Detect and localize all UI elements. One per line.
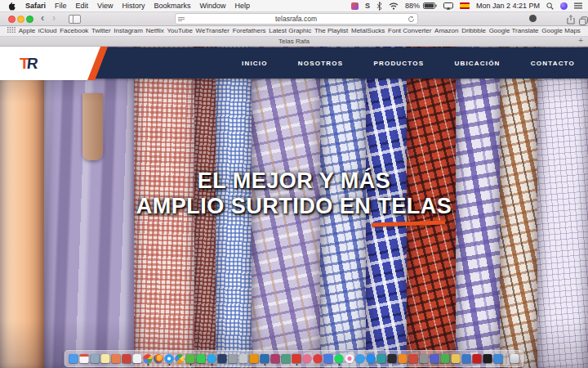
bookmark-netflix[interactable]: Netflix	[146, 27, 164, 34]
menu-item-file[interactable]: File	[55, 2, 67, 10]
dock-icon-word[interactable]	[133, 354, 142, 363]
reader-icon[interactable]	[178, 11, 185, 26]
menu-item-safari[interactable]: Safari	[25, 2, 46, 10]
dock-icon-bluepurple-app[interactable]	[430, 354, 439, 363]
url-text[interactable]: telasrafa.com	[185, 15, 408, 23]
dock-icon-trash[interactable]	[510, 354, 519, 363]
nav-link-ubicacion[interactable]: UBICACIÓN	[454, 60, 500, 67]
bookmark-latest-graphic[interactable]: Latest Graphic	[269, 27, 311, 34]
bookmark-apple[interactable]: Apple	[19, 27, 35, 34]
nav-link-contacto[interactable]: CONTACTO	[531, 60, 575, 67]
bookmark-forefathers[interactable]: Forefathers	[233, 27, 266, 34]
menu-item-edit[interactable]: Edit	[76, 2, 89, 10]
notification-center-icon[interactable]	[574, 2, 582, 9]
dock-icon-blue-app[interactable]	[324, 354, 333, 363]
menu-item-view[interactable]: View	[97, 2, 113, 10]
dock-icon-illustrator[interactable]	[250, 354, 259, 363]
dock-icon-folder-yellow[interactable]	[452, 354, 461, 363]
share-icon[interactable]	[567, 13, 575, 28]
window-zoom-button[interactable]	[26, 16, 33, 23]
bookmark-facebook[interactable]: Facebook	[60, 27, 88, 34]
wifi-icon[interactable]	[389, 2, 399, 10]
reload-icon[interactable]	[408, 11, 415, 26]
dock-icon-safari[interactable]	[165, 354, 174, 363]
bookmark-wetransfer[interactable]: WeTransfer	[196, 27, 229, 34]
dock-icon-appstore[interactable]	[367, 354, 376, 363]
dock-icon-gray-app[interactable]	[229, 354, 238, 363]
dock-icon-green-app[interactable]	[197, 354, 206, 363]
bookmark-twitter[interactable]: Twitter	[91, 27, 111, 34]
bookmark-youtube[interactable]: YouTube	[167, 27, 192, 34]
bookmarks-grid-icon[interactable]	[7, 27, 16, 34]
menu-item-history[interactable]: History	[122, 2, 145, 10]
dock-icon-dreamweaver[interactable]	[282, 354, 291, 363]
menu-item-window[interactable]: Window	[199, 2, 225, 10]
status-s-icon[interactable]: S	[365, 2, 370, 10]
nav-link-nosotros[interactable]: NOSOTROS	[298, 60, 343, 67]
dock-icon-firefox[interactable]	[154, 354, 163, 363]
site-logo[interactable]: TR	[0, 47, 100, 80]
menu-item-help[interactable]: Help	[234, 2, 250, 10]
dock-icon-calendar[interactable]	[80, 354, 89, 363]
forward-button[interactable]: ›	[52, 11, 56, 25]
bookmark-icloud[interactable]: iCloud	[38, 27, 57, 34]
window-minimize-button[interactable]	[17, 16, 24, 23]
dock-icon-pages[interactable]	[112, 354, 121, 363]
dock-icon-teal-app[interactable]	[377, 354, 386, 363]
dock-icon-chrome[interactable]	[144, 354, 153, 363]
nav-link-productos[interactable]: PRODUCTOS	[373, 60, 424, 67]
apple-menu-icon[interactable]	[8, 2, 16, 11]
dock-icon-globe-app[interactable]	[462, 354, 471, 363]
dock-icon-vlc[interactable]	[399, 354, 408, 363]
dock-icon-skype[interactable]	[207, 354, 216, 363]
bookmark-the-playlist[interactable]: The Playlist	[314, 27, 348, 34]
dock-icon-gray-tool[interactable]	[420, 354, 429, 363]
bookmark-google-maps[interactable]: Google Maps	[541, 27, 581, 34]
dock-icon-itunes[interactable]	[345, 354, 354, 363]
dock-icon-silver-app[interactable]	[239, 354, 248, 363]
spotlight-icon[interactable]	[546, 2, 554, 10]
dock-icon-red-app[interactable]	[122, 354, 131, 363]
tab-telas-rafa[interactable]: Telas Rafa	[278, 38, 310, 45]
dock-icon-flask-app[interactable]	[494, 354, 503, 363]
bookmark-instagram[interactable]: Instagram	[114, 27, 143, 34]
dock-icon-photoshop[interactable]	[261, 354, 270, 363]
nav-link-inicio[interactable]: INICIO	[242, 60, 268, 67]
battery-icon[interactable]	[423, 2, 437, 9]
bookmark-amazon[interactable]: Amazon	[434, 27, 458, 34]
dock-icon-acrobat[interactable]	[292, 354, 301, 363]
bookmark-google-translate[interactable]: Google Translate	[489, 27, 539, 34]
input-language-flag-icon[interactable]	[460, 2, 470, 9]
airplay-display-icon[interactable]	[443, 2, 453, 10]
dock-icon-terminal[interactable]	[483, 354, 492, 363]
menu-clock[interactable]: Mon Jan 2 4:21 PM	[476, 2, 540, 10]
address-bar[interactable]: telasrafa.com	[175, 13, 418, 25]
bookmark-font-converter[interactable]: Font Converter	[388, 27, 431, 34]
sidebar-toggle-button[interactable]	[69, 15, 81, 24]
dock-icon-red-b-app[interactable]	[473, 354, 482, 363]
dock-icon-opera[interactable]	[314, 354, 323, 363]
dock-icon-black-app[interactable]	[388, 354, 397, 363]
dock-icon-chrome-canary[interactable]	[176, 354, 185, 363]
back-button[interactable]: ‹	[41, 11, 44, 25]
dock-icon-blue-circle-app[interactable]	[356, 354, 365, 363]
dock-icon-indesign[interactable]	[271, 354, 280, 363]
dock-icon-chart-app[interactable]	[441, 354, 450, 363]
dock-icon-finder[interactable]	[69, 354, 78, 363]
dock-icon-preview[interactable]	[91, 354, 100, 363]
bookmark-metalsucks[interactable]: MetalSucks	[351, 27, 385, 34]
dock-icon-redwhite-app[interactable]	[409, 354, 418, 363]
extension-icon[interactable]	[529, 15, 537, 22]
window-close-button[interactable]	[8, 16, 16, 23]
tab-overview-icon[interactable]	[579, 14, 588, 29]
dock-icon-spotify[interactable]	[335, 354, 344, 363]
dock-icon-pink-app[interactable]	[303, 354, 312, 363]
status-app-icon[interactable]	[351, 2, 359, 10]
dock-icon-notes[interactable]	[101, 354, 110, 363]
bookmark-dribbble[interactable]: Dribbble	[461, 27, 486, 34]
new-tab-button[interactable]: +	[578, 36, 583, 46]
dock-icon-evernote[interactable]	[186, 354, 195, 363]
menu-item-bookmarks[interactable]: Bookmarks	[154, 2, 190, 10]
dock-icon-navy-app[interactable]	[218, 354, 227, 363]
siri-icon[interactable]	[560, 2, 568, 10]
